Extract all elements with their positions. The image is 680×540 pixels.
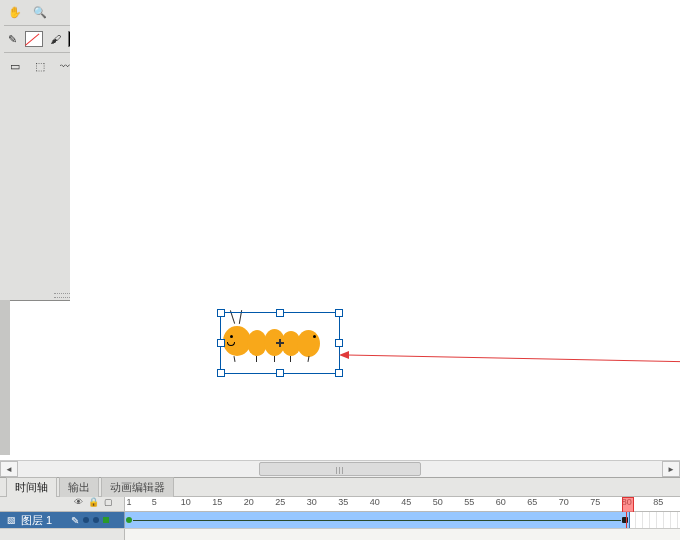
tab-timeline[interactable]: 时间轴 [6, 477, 57, 497]
frame-tick-label: 85 [653, 497, 663, 507]
pencil-icon: ✎ [8, 33, 17, 46]
frame-tick-label: 20 [244, 497, 254, 507]
timeline-panel: 时间轴 输出 动画编辑器 👁 🔒 ▢ 151015202530354045505… [0, 477, 680, 540]
layer-type-icon: ▧ [4, 513, 18, 527]
frame-tick-label: 70 [559, 497, 569, 507]
frame-tick-label: 25 [275, 497, 285, 507]
tween-arrow-icon [133, 520, 621, 521]
frame-tick-label: 75 [590, 497, 600, 507]
eye-icon[interactable]: 👁 [74, 497, 83, 507]
layer-row[interactable]: ▧ 图层 1 ✎ [0, 512, 680, 528]
resize-handle-left[interactable] [217, 339, 225, 347]
hand-icon: ✋ [8, 6, 22, 19]
frame-tick-label: 60 [496, 497, 506, 507]
resize-handle-top-right[interactable] [335, 309, 343, 317]
frame-tick-label: 35 [338, 497, 348, 507]
selection-bounds[interactable] [220, 312, 340, 374]
scroll-thumb[interactable]: ||| [259, 462, 421, 476]
zoom-tool-button[interactable]: 🔍 [29, 2, 51, 22]
snap-button[interactable]: ⬚ [29, 56, 51, 76]
frame-tick-label: 10 [181, 497, 191, 507]
panel-stub [0, 300, 10, 455]
frame-tick-label: 65 [527, 497, 537, 507]
stage-canvas[interactable] [70, 0, 680, 462]
frame-tick-label: 30 [307, 497, 317, 507]
frames-track[interactable] [124, 512, 680, 528]
frame-tick-label: 5 [152, 497, 157, 507]
tab-output[interactable]: 输出 [59, 477, 99, 497]
playhead-marker[interactable] [622, 497, 634, 513]
timeline-tabs: 时间轴 输出 动画编辑器 [0, 478, 680, 497]
motion-path-arrow-icon [339, 350, 680, 364]
registration-point-icon [276, 339, 284, 347]
svg-marker-1 [339, 351, 349, 359]
layer-visibility-toggle[interactable] [83, 517, 89, 523]
pencil-tool-button[interactable]: ✎ [4, 29, 21, 49]
scroll-track[interactable]: ||| [18, 461, 662, 477]
lock-icon[interactable]: 🔒 [88, 497, 99, 507]
brush-tool-button[interactable]: 🖌 [47, 29, 64, 49]
empty-track [124, 529, 680, 540]
svg-line-0 [347, 355, 680, 363]
layer-toggles [83, 517, 109, 523]
stroke-color-swatch[interactable] [24, 29, 44, 49]
scroll-right-button[interactable]: ► [662, 461, 680, 477]
resize-handle-top-left[interactable] [217, 309, 225, 317]
frame-tick-label: 45 [401, 497, 411, 507]
tab-motion-editor[interactable]: 动画编辑器 [101, 477, 174, 497]
snap-icon: ⬚ [35, 60, 45, 73]
resize-handle-bottom-right[interactable] [335, 369, 343, 377]
smooth-icon: 〰 [60, 60, 71, 72]
frame-tick-label: 40 [370, 497, 380, 507]
zoom-icon: 🔍 [33, 6, 47, 19]
frame-tick-label: 55 [464, 497, 474, 507]
layer-header-row: 👁 🔒 ▢ 1510152025303540455055606570758085… [0, 497, 680, 512]
layer-outline-toggle[interactable] [103, 517, 109, 523]
motion-tween-span[interactable] [125, 512, 630, 528]
frame-tick-label: 50 [433, 497, 443, 507]
layer-lock-toggle[interactable] [93, 517, 99, 523]
frame-ruler[interactable]: 151015202530354045505560657075808590 [124, 497, 680, 511]
hand-tool-button[interactable]: ✋ [4, 2, 26, 22]
resize-handle-bottom-left[interactable] [217, 369, 225, 377]
timeline-footer-row [0, 528, 680, 540]
playhead-line-icon[interactable] [626, 512, 627, 528]
outline-icon[interactable]: ▢ [104, 497, 113, 507]
keyframe-end-icon[interactable] [622, 517, 628, 523]
resize-handle-right[interactable] [335, 339, 343, 347]
option-button[interactable]: ▭ [4, 56, 26, 76]
frame-tick-label: 15 [212, 497, 222, 507]
active-layer-pencil-icon: ✎ [71, 515, 79, 526]
resize-handle-bottom[interactable] [276, 369, 284, 377]
frame-tick-label: 1 [126, 497, 131, 507]
resize-handle-top[interactable] [276, 309, 284, 317]
rect-icon: ▭ [10, 60, 20, 73]
stage-hscrollbar[interactable]: ◄ ||| ► [0, 460, 680, 478]
no-stroke-icon [25, 31, 43, 47]
keyframe-start-icon[interactable] [126, 517, 132, 523]
brush-icon: 🖌 [50, 33, 61, 45]
scroll-left-button[interactable]: ◄ [0, 461, 18, 477]
layer-header-icons: 👁 🔒 ▢ [74, 497, 113, 507]
layer-name-label[interactable]: 图层 1 [21, 513, 69, 528]
